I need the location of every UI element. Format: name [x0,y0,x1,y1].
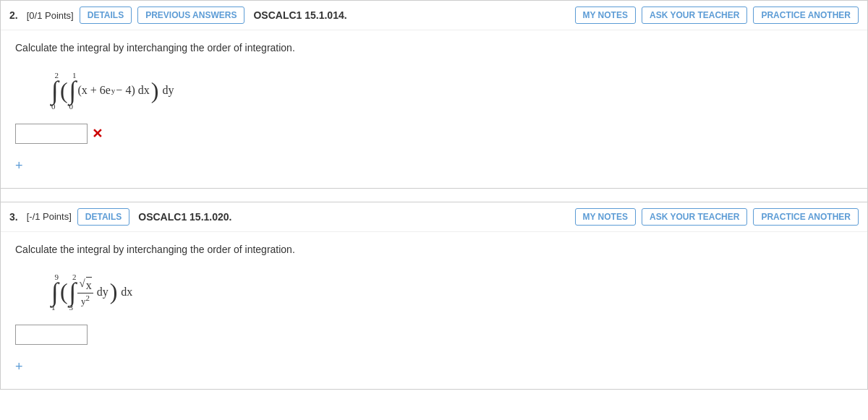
integrand-3: √ x y2 dy [77,277,108,307]
problem-3-body: Calculate the integral by interchanging … [1,232,867,390]
inner-integral-3: 2 ∫ 3 [69,273,77,312]
problem-2-code: OSCALC1 15.1.014. [253,9,346,21]
problem-2-math: 2 ∫ 0 ( 1 ∫ 0 (x + 6ey − 4) dx ) dy [51,71,174,111]
practice-another-button-2[interactable]: PRACTICE ANOTHER [753,7,859,24]
details-button-3[interactable]: DETAILS [77,208,129,226]
outer-dy-2: dy [162,84,174,97]
previous-answers-button-2[interactable]: PREVIOUS ANSWERS [137,7,244,24]
ask-teacher-button-2[interactable]: ASK YOUR TEACHER [642,7,747,24]
outer-paren-close-3: ) [110,281,118,302]
problem-2-instruction: Calculate the integral by interchanging … [15,42,853,53]
problem-2-body: Calculate the integral by interchanging … [1,30,867,188]
answer-input-2[interactable] [15,124,88,144]
problem-3-header: 3. [-/1 Points] DETAILS OSCALC1 15.1.020… [1,202,867,232]
problem-3-number: 3. [9,211,18,223]
outer-paren-open-3: ( [60,281,68,302]
integrand-2: (x + 6ey − 4) dx [77,84,149,97]
ask-teacher-button-3[interactable]: ASK YOUR TEACHER [642,208,747,226]
answer-input-3[interactable] [15,325,88,345]
gap [0,189,868,202]
problem-2-answer-row: ✕ [15,124,853,144]
outer-integral-3: 9 ∫ 1 [51,273,59,312]
my-notes-button-3[interactable]: MY NOTES [575,208,636,226]
problem-2-block: 2. [0/1 Points] DETAILS PREVIOUS ANSWERS… [0,0,868,189]
problem-2-points: [0/1 Points] [27,10,74,21]
outer-paren-open-2: ( [60,80,68,101]
fraction-3: √ x y2 [77,277,93,307]
problem-2-number: 2. [9,9,18,21]
outer-integral-2: 2 ∫ 0 [51,71,59,111]
fraction-numerator-3: √ x [77,277,93,293]
details-button-2[interactable]: DETAILS [80,7,132,24]
problem-3-code: OSCALC1 15.1.020. [138,211,231,223]
wrong-mark-2: ✕ [92,126,103,142]
my-notes-button-2[interactable]: MY NOTES [575,7,636,24]
inner-integral-2: 1 ∫ 0 [69,71,77,111]
problem-3-answer-row [15,325,853,345]
practice-another-button-3[interactable]: PRACTICE ANOTHER [753,208,859,226]
problem-3-instruction: Calculate the integral by interchanging … [15,244,853,255]
problem-3-math: 9 ∫ 1 ( 2 ∫ 3 √ x [51,273,132,312]
problem-3-block: 3. [-/1 Points] DETAILS OSCALC1 15.1.020… [0,202,868,390]
problem-2-header: 2. [0/1 Points] DETAILS PREVIOUS ANSWERS… [1,1,867,30]
outer-dx-3: dx [121,286,132,299]
plus-button-3[interactable]: + [15,359,23,374]
fraction-denominator-3: y2 [80,293,91,307]
problem-3-points: [-/1 Points] [27,211,72,222]
plus-button-2[interactable]: + [15,158,23,173]
outer-paren-close-2: ) [151,80,159,101]
